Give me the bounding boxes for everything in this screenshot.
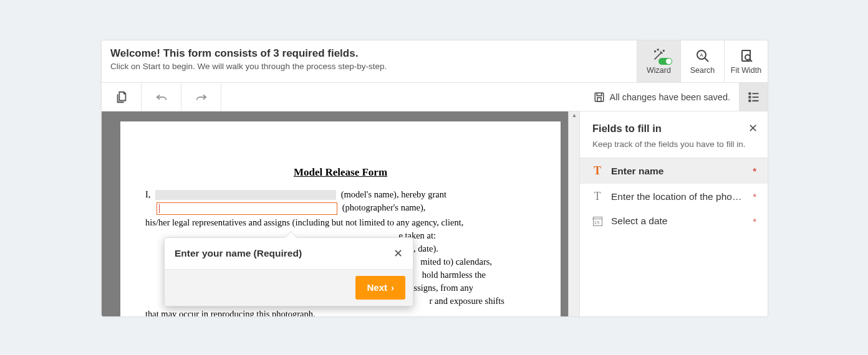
- pages-icon: [115, 90, 128, 104]
- list-icon: [748, 91, 760, 103]
- toolbar: All changes have been saved.: [102, 83, 768, 111]
- wizard-button[interactable]: Wizard: [637, 40, 680, 82]
- doc-text: that may occur in reproducing this photo…: [145, 308, 536, 316]
- text-field-icon: T: [591, 164, 604, 178]
- save-status-text: All changes have been saved.: [610, 92, 730, 102]
- svg-point-0: [654, 50, 655, 52]
- field-label: Select a date: [611, 215, 743, 227]
- pages-button[interactable]: [102, 83, 142, 111]
- svg-point-10: [749, 96, 751, 98]
- svg-point-6: [745, 55, 750, 60]
- doc-title: Model Release Form: [145, 165, 536, 181]
- doc-text: I,: [145, 189, 150, 199]
- required-asterisk: *: [753, 191, 756, 202]
- chevron-right-icon: ›: [391, 281, 394, 295]
- next-label: Next: [367, 281, 387, 295]
- scroll-up-icon[interactable]: ▲: [570, 111, 579, 119]
- welcome-subtitle: Click on Start to begin. We will walk yo…: [110, 62, 628, 71]
- content-area: ▲ Model Release Form I, (model's name), …: [102, 111, 768, 316]
- save-status: All changes have been saved.: [594, 92, 739, 103]
- close-icon: ✕: [748, 122, 758, 135]
- popup-title: Enter your name (Required): [175, 247, 393, 260]
- svg-text:A: A: [700, 52, 703, 58]
- doc-text: (model's name), hereby grant: [341, 189, 446, 199]
- close-icon: ✕: [393, 247, 403, 260]
- undo-icon: [155, 90, 168, 104]
- svg-point-9: [749, 92, 751, 94]
- panel-toggle-button[interactable]: [739, 83, 768, 111]
- model-name-field[interactable]: [155, 190, 336, 200]
- wizard-label: Wizard: [647, 66, 671, 75]
- required-asterisk: *: [753, 216, 756, 227]
- search-label: Search: [690, 66, 715, 75]
- svg-point-2: [663, 50, 664, 51]
- document-page: Model Release Form I, (model's name), he…: [120, 121, 561, 316]
- field-item-date[interactable]: Select a date *: [580, 209, 768, 233]
- redo-button[interactable]: [181, 83, 221, 111]
- svg-point-1: [657, 49, 658, 50]
- panel-subtitle: Keep track of the fields you have to fil…: [592, 140, 755, 149]
- fit-width-icon: [739, 49, 754, 64]
- popup-close-button[interactable]: ✕: [393, 248, 403, 259]
- doc-text: his/her legal representatives and assign…: [145, 216, 536, 229]
- save-icon: [594, 92, 605, 103]
- fit-width-label: Fit Width: [731, 66, 761, 75]
- welcome-title: Welcome! This form consists of 3 require…: [110, 47, 628, 60]
- panel-header: Fields to fill in Keep track of the fiel…: [580, 111, 768, 158]
- search-icon: A: [695, 49, 710, 64]
- panel-title: Fields to fill in: [592, 123, 755, 135]
- wizard-popup: Enter your name (Required) ✕ Next ›: [164, 237, 413, 306]
- scrollbar[interactable]: ▲: [568, 111, 579, 316]
- photographer-name-field-active[interactable]: [157, 202, 337, 215]
- document-viewport[interactable]: ▲ Model Release Form I, (model's name), …: [102, 111, 579, 316]
- header-bar: Welcome! This form consists of 3 require…: [102, 40, 768, 83]
- svg-rect-8: [597, 97, 601, 101]
- svg-point-11: [749, 100, 751, 102]
- wizard-toggle-icon: [658, 58, 672, 65]
- fields-panel: Fields to fill in Keep track of the fiel…: [579, 111, 768, 316]
- next-button[interactable]: Next ›: [355, 276, 405, 300]
- required-asterisk: *: [753, 166, 756, 176]
- field-label: Enter name: [611, 166, 743, 177]
- redo-icon: [195, 90, 208, 104]
- field-item-name[interactable]: T Enter name *: [580, 158, 768, 184]
- field-label: Enter the location of the phot…: [611, 191, 743, 202]
- field-item-location[interactable]: T Enter the location of the phot… *: [580, 184, 768, 209]
- text-field-icon: T: [591, 190, 604, 203]
- calendar-icon: [591, 217, 604, 226]
- panel-close-button[interactable]: ✕: [748, 123, 758, 134]
- fit-width-button[interactable]: Fit Width: [724, 40, 768, 82]
- undo-button[interactable]: [142, 83, 181, 111]
- app-window: Welcome! This form consists of 3 require…: [101, 40, 768, 317]
- welcome-block: Welcome! This form consists of 3 require…: [102, 40, 637, 82]
- search-button[interactable]: A Search: [680, 40, 724, 82]
- doc-text: (photographer's name),: [342, 202, 426, 212]
